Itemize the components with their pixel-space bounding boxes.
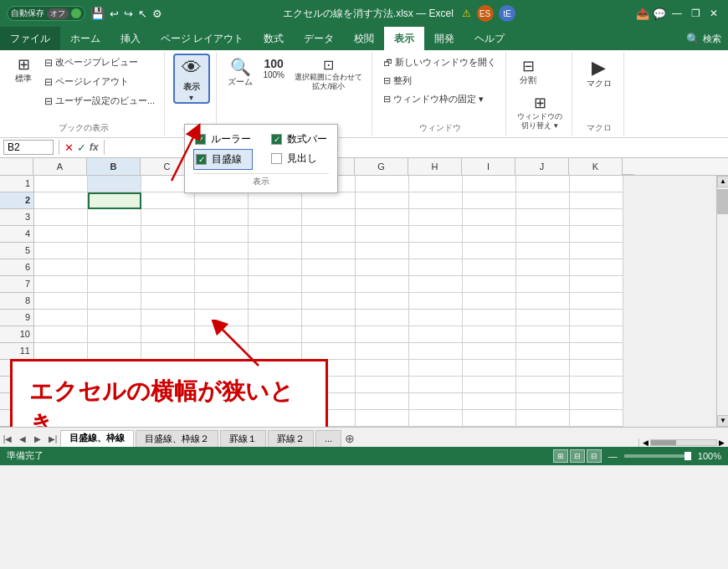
cell-C3[interactable] [141, 209, 195, 226]
cell-I13[interactable] [463, 377, 516, 393]
minimize-button[interactable]: — [669, 6, 684, 21]
cell-G5[interactable] [356, 243, 409, 259]
col-header-G[interactable]: G [355, 158, 408, 175]
cell-I3[interactable] [463, 209, 516, 226]
zoom-slider[interactable] [624, 454, 691, 458]
cell-A6[interactable] [34, 259, 88, 276]
cell-B3[interactable] [88, 209, 141, 226]
cell-K11[interactable] [570, 343, 623, 360]
cell-J13[interactable] [516, 377, 570, 393]
cell-I1[interactable] [463, 176, 516, 192]
cell-K12[interactable] [570, 360, 623, 377]
cell-D5[interactable] [195, 243, 249, 259]
zoomselection-button[interactable]: ⊡ 選択範囲に合わせて拡大/縮小 [290, 54, 367, 95]
cell-J7[interactable] [516, 276, 570, 293]
cell-F6[interactable] [302, 259, 356, 276]
cell-C2[interactable] [141, 192, 195, 209]
cell-J1[interactable] [516, 176, 570, 192]
cell-G1[interactable] [356, 176, 409, 192]
vertical-scrollbar[interactable]: ▲ ▼ [716, 176, 728, 427]
cell-H8[interactable] [409, 293, 463, 310]
cell-B10[interactable] [88, 326, 141, 343]
cell-I6[interactable] [463, 259, 516, 276]
row-header-9[interactable]: 9 [0, 310, 33, 326]
split-button[interactable]: ⊟ 分割 [513, 54, 543, 89]
cell-F2[interactable] [302, 192, 356, 209]
cell-K15[interactable] [570, 410, 623, 427]
cell-F5[interactable] [302, 243, 356, 259]
row-header-6[interactable]: 6 [0, 259, 33, 276]
normal-view-btn[interactable]: ⊞ [553, 449, 568, 463]
cell-H14[interactable] [409, 393, 463, 410]
cell-J12[interactable] [516, 360, 570, 377]
col-header-H[interactable]: H [408, 158, 462, 175]
tab-nav-next[interactable]: ▶ [30, 432, 45, 447]
tab-data[interactable]: データ [294, 27, 344, 50]
cell-H11[interactable] [409, 343, 463, 360]
cell-K13[interactable] [570, 377, 623, 393]
cell-K7[interactable] [570, 276, 623, 293]
cancel-formula-icon[interactable]: ✕ [64, 141, 74, 154]
cell-F8[interactable] [302, 293, 356, 310]
cell-J6[interactable] [516, 259, 570, 276]
settings-icon[interactable]: ⚙ [152, 8, 162, 20]
cell-K8[interactable] [570, 293, 623, 310]
cell-I12[interactable] [463, 360, 516, 377]
h-scroll-right[interactable]: ▶ [719, 438, 725, 447]
insert-function-icon[interactable]: fx [90, 141, 99, 153]
autosave-toggle[interactable]: 自動保存 オフ [7, 6, 85, 21]
cell-I5[interactable] [463, 243, 516, 259]
cell-G14[interactable] [356, 393, 409, 410]
cell-D2[interactable] [195, 192, 249, 209]
formulabar-option[interactable]: ✓ 数式バー [269, 130, 329, 149]
cell-B5[interactable] [88, 243, 141, 259]
share-icon[interactable]: 📤 [636, 8, 649, 20]
cell-C9[interactable] [141, 310, 195, 326]
cell-H6[interactable] [409, 259, 463, 276]
cell-C11[interactable] [141, 343, 195, 360]
cell-J15[interactable] [516, 410, 570, 427]
cell-H9[interactable] [409, 310, 463, 326]
pagelayout-button[interactable]: ⊟ ページレイアウト [40, 73, 159, 90]
cell-A10[interactable] [34, 326, 88, 343]
cell-F4[interactable] [302, 226, 356, 243]
save-icon[interactable]: 💾 [90, 7, 105, 20]
cell-A2[interactable] [34, 192, 88, 209]
cell-D4[interactable] [195, 226, 249, 243]
cell-G9[interactable] [356, 310, 409, 326]
cell-K4[interactable] [570, 226, 623, 243]
cell-E7[interactable] [249, 276, 302, 293]
cell-B1[interactable] [88, 176, 141, 192]
cell-A3[interactable] [34, 209, 88, 226]
tab-nav-first[interactable]: |◀ [0, 432, 15, 447]
headings-checkbox[interactable] [271, 153, 282, 164]
redo-icon[interactable]: ↪ [124, 8, 133, 20]
row-header-7[interactable]: 7 [0, 276, 33, 293]
pagebreak-view-btn[interactable]: ⊟ [570, 449, 585, 463]
userview-button[interactable]: ⊟ ユーザー設定のビュー... [40, 92, 159, 110]
cell-C10[interactable] [141, 326, 195, 343]
cell-I8[interactable] [463, 293, 516, 310]
cell-I9[interactable] [463, 310, 516, 326]
normal-view-button[interactable]: ⊞ 標準 [8, 54, 38, 87]
cell-C7[interactable] [141, 276, 195, 293]
cell-H3[interactable] [409, 209, 463, 226]
cell-J8[interactable] [516, 293, 570, 310]
search-icon[interactable]: 🔍 [686, 33, 700, 45]
cell-E8[interactable] [249, 293, 302, 310]
cell-G7[interactable] [356, 276, 409, 293]
scroll-thumb[interactable] [717, 189, 728, 214]
cell-G11[interactable] [356, 343, 409, 360]
sheet-tab-1[interactable]: 目盛線、枠線 [60, 430, 134, 447]
cell-J14[interactable] [516, 393, 570, 410]
close-button[interactable]: ✕ [706, 6, 721, 21]
sheet-tab-3[interactable]: 罫線１ [220, 430, 266, 447]
col-header-J[interactable]: J [515, 158, 569, 175]
col-header-A[interactable]: A [33, 158, 87, 175]
cell-J4[interactable] [516, 226, 570, 243]
cell-K10[interactable] [570, 326, 623, 343]
cell-J5[interactable] [516, 243, 570, 259]
cell-F7[interactable] [302, 276, 356, 293]
cell-D3[interactable] [195, 209, 249, 226]
cell-F9[interactable] [302, 310, 356, 326]
